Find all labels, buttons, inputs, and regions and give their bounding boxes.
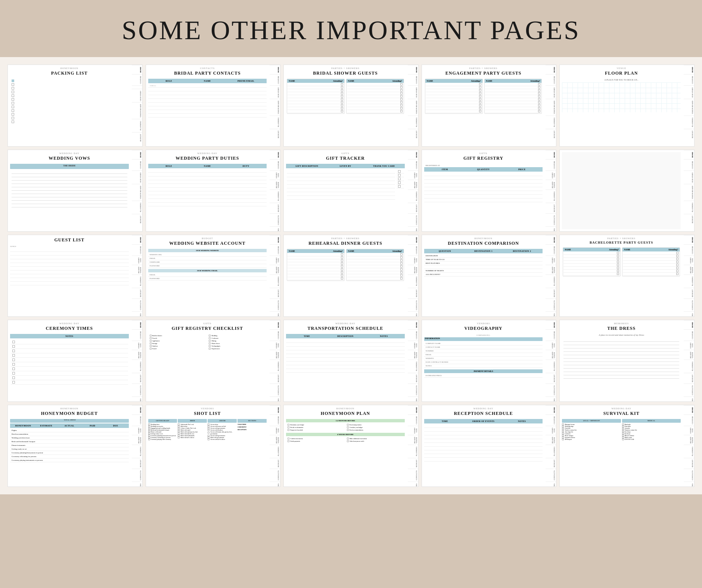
- card-title: ENGAGEMENT PARTY GUESTS: [424, 71, 543, 76]
- card-category: PARTIES + SHOWERS: [562, 237, 681, 240]
- card-title: BRIDAL SHOWER GUESTS: [286, 71, 405, 76]
- card-category: HONEYMOON: [286, 407, 405, 410]
- card-engagement-party: PARTIES + SHOWERS ENGAGEMENT PARTY GUEST…: [422, 65, 557, 147]
- card-videography: VENDORS VIDEOGRAPHY COMPARISON ▷ INFORMA…: [422, 320, 557, 402]
- card-category: HONEYMOON: [10, 67, 129, 69]
- card-packing-list: HONEYMOON PACKING LIST HOME CUSTOM OU: [7, 65, 143, 147]
- card-category: PARTIES + SHOWERS: [286, 67, 405, 69]
- card-guest-list: GUEST LIST SONGS HOME CUSTOM OUR STORY V…: [7, 235, 143, 317]
- card-title: VIDEOGRAPHY: [424, 326, 543, 332]
- card-category: PARTIES + SHOWERS: [286, 237, 405, 240]
- card-title: SHOT LIST: [148, 411, 267, 417]
- card-category: HONEYMOON: [424, 237, 543, 240]
- card-ceremony-times: WEDDING DAY CEREMONY TIMES NOTES: [7, 320, 143, 402]
- card-title: RECEPTION SCHEDULE: [424, 411, 543, 417]
- card-honeymoon-budget: HONEYMOON HONEYMOON BUDGET TOTAL SPENT H…: [7, 405, 143, 487]
- card-title: FLOOR PLAN: [562, 71, 681, 76]
- card-category: GIFTS: [148, 322, 267, 325]
- card-gift-registry: GIFTS GIFT REGISTRY REGISTERED AT: ITEMQ…: [422, 150, 557, 232]
- card-blank: HOME CUSTOM OUR STORY VISION BOARD PLANN…: [559, 150, 695, 232]
- card-title: WEDDING WEBSITE ACCOUNT: [148, 241, 267, 247]
- card-category: CONTACTS: [148, 67, 267, 69]
- card-bridal-contacts: CONTACTS BRIDAL PARTY CONTACTS ROLENAMEP…: [146, 65, 281, 147]
- card-category: MEMORIES: [562, 322, 681, 325]
- card-category: GIFTS: [424, 152, 543, 154]
- card-title: DESTINATION COMPARISON: [424, 241, 543, 247]
- card-category: WEDDING DAY: [286, 322, 405, 325]
- card-category: PARTIES + SHOWERS: [424, 67, 543, 69]
- card-category: VENDORS: [424, 322, 543, 325]
- card-title: PACKING LIST: [10, 71, 129, 76]
- card-title: WEDDING VOWS: [10, 156, 129, 162]
- card-category: GIFTS: [286, 152, 405, 154]
- card-floor-plan: VENUE FLOOR PLAN A PLACE FOR YOU TO MOCK…: [559, 65, 695, 147]
- card-title: BRIDAL PARTY CONTACTS: [148, 71, 267, 76]
- card-category: BUDGET: [148, 237, 267, 240]
- card-title: GIFT REGISTRY CHECKLIST: [148, 326, 267, 332]
- card-bachelorette: PARTIES + SHOWERS BACHELORETTE PARTY GUE…: [559, 235, 695, 317]
- card-title: REHEARSAL DINNER GUESTS: [286, 241, 405, 247]
- card-reception: WEDDING DAY RECEPTION SCHEDULE TIMEORDER…: [422, 405, 557, 487]
- card-title: THE DRESS: [562, 326, 681, 332]
- card-category: WEDDING DAY: [10, 322, 129, 325]
- card-category: WEDDING DAY: [148, 152, 267, 154]
- card-title: WEDDING PARTY DUTIES: [148, 156, 267, 162]
- card-title: SURVIVAL KIT: [562, 411, 681, 417]
- card-honeymoon-plan: HONEYMOON HONEYMOON PLAN 3-4 MONTHS BEFO…: [283, 405, 419, 487]
- card-shot-list: VENDORS SHOT LIST GETTING READY Wedding …: [146, 405, 281, 487]
- card-the-dress: MEMORIES THE DRESS A place to record and…: [559, 320, 695, 402]
- card-party-duties: WEDDING DAY WEDDING PARTY DUTIES ROLENAM…: [146, 150, 281, 232]
- card-category: WEDDING DAY: [424, 407, 543, 410]
- card-wedding-vows: WEDDING DAY WEDDING VOWS THE BRIDE HOME …: [7, 150, 143, 232]
- card-category: VENUE: [562, 67, 681, 69]
- cards-container: HONEYMOON PACKING LIST HOME CUSTOM OU: [0, 57, 702, 494]
- card-gift-tracker: GIFTS GIFT TRACKER GIFT DESCRIPTIONGIVEN…: [283, 150, 419, 232]
- page-title: SOME OTHER IMPORTANT PAGES: [7, 15, 695, 46]
- card-title: GUEST LIST: [10, 237, 129, 243]
- card-category: WEDDING DAY: [10, 152, 129, 154]
- page-header: SOME OTHER IMPORTANT PAGES: [0, 0, 702, 57]
- card-title: HONEYMOON BUDGET: [10, 411, 129, 417]
- card-survival-kit: WEDDING DAY SURVIVAL KIT LEGAL + IMPORTA…: [559, 405, 695, 487]
- card-category: VENDORS: [148, 407, 267, 410]
- card-category: WEDDING DAY: [562, 407, 681, 410]
- card-title: CEREMONY TIMES: [10, 326, 129, 332]
- card-wedding-website: BUDGET WEDDING WEBSITE ACCOUNT OUR WEDDI…: [146, 235, 281, 317]
- card-transportation: WEDDING DAY TRANSPORTATION SCHEDULE TIME…: [283, 320, 419, 402]
- card-title: HONEYMOON PLAN: [286, 411, 405, 417]
- card-rehearsal-dinner: PARTIES + SHOWERS REHEARSAL DINNER GUEST…: [283, 235, 419, 317]
- card-title: BACHELORETTE PARTY GUESTS: [562, 241, 681, 245]
- card-title: TRANSPORTATION SCHEDULE: [286, 326, 405, 332]
- card-destination: HONEYMOON DESTINATION COMPARISON QUESTIO…: [422, 235, 557, 317]
- card-registry-checklist: GIFTS GIFT REGISTRY CHECKLIST Kitchen ba…: [146, 320, 281, 402]
- card-category: HONEYMOON: [10, 407, 129, 410]
- card-title: GIFT TRACKER: [286, 156, 405, 162]
- card-bridal-shower: PARTIES + SHOWERS BRIDAL SHOWER GUESTS N…: [283, 65, 419, 147]
- card-title: GIFT REGISTRY: [424, 156, 543, 162]
